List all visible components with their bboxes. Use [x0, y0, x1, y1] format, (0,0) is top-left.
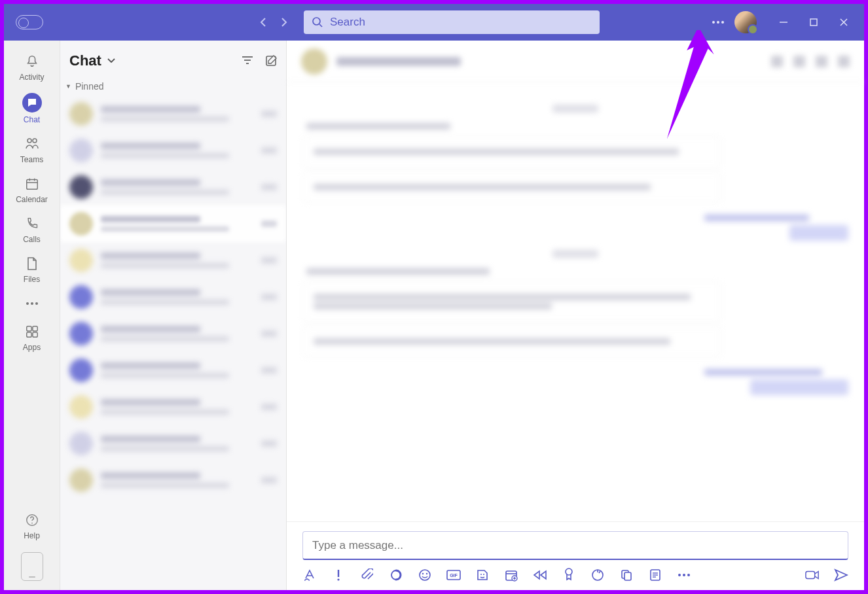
chat-row[interactable] — [60, 132, 286, 169]
svg-point-43 — [566, 568, 572, 575]
profile-avatar[interactable] — [734, 11, 757, 33]
notes-button[interactable] — [648, 568, 662, 582]
message-input-wrap[interactable] — [302, 531, 848, 560]
rail-activity-label: Activity — [19, 73, 44, 82]
chat-row[interactable] — [60, 242, 286, 279]
header-action[interactable] — [816, 56, 827, 67]
chat-row[interactable] — [60, 96, 286, 132]
conversation-header — [287, 41, 864, 82]
rail-more[interactable] — [9, 289, 55, 317]
svg-point-32 — [422, 573, 424, 574]
section-pinned[interactable]: ▼ Pinned — [60, 76, 286, 96]
search-icon — [312, 16, 323, 28]
emoji-button[interactable] — [418, 568, 432, 582]
back-button[interactable] — [255, 14, 272, 31]
maximize-button[interactable] — [799, 4, 829, 41]
send-button[interactable] — [834, 568, 848, 582]
outgoing-message[interactable] — [704, 369, 848, 395]
svg-rect-20 — [26, 332, 31, 337]
help-icon — [25, 512, 39, 529]
apps-icon — [25, 323, 39, 340]
priority-button[interactable] — [331, 568, 346, 582]
svg-rect-54 — [806, 572, 815, 579]
forward-button[interactable] — [276, 14, 293, 31]
sticker-button[interactable] — [475, 568, 490, 582]
chat-row[interactable] — [60, 279, 286, 315]
close-button[interactable] — [829, 4, 859, 41]
rail-calls[interactable]: Calls — [9, 209, 55, 249]
rail-chat[interactable]: Chat — [9, 87, 55, 130]
rail-calls-label: Calls — [23, 235, 41, 244]
minimize-button[interactable] — [769, 4, 799, 41]
message-bubble[interactable] — [302, 136, 721, 167]
svg-point-9 — [27, 139, 31, 143]
calendar-icon — [25, 175, 39, 192]
search-box[interactable] — [304, 10, 600, 34]
video-clip-button[interactable] — [805, 568, 820, 582]
svg-rect-6 — [810, 19, 817, 26]
outgoing-message[interactable] — [704, 215, 848, 241]
rail-calendar[interactable]: Calendar — [9, 169, 55, 209]
rail-help[interactable]: Help — [9, 509, 55, 543]
rail-apps[interactable]: Apps — [9, 317, 55, 357]
svg-point-10 — [33, 139, 37, 143]
header-action[interactable] — [838, 56, 850, 67]
format-button[interactable] — [302, 568, 317, 582]
chat-row[interactable] — [60, 352, 286, 389]
rail-apps-label: Apps — [23, 343, 41, 352]
message-input[interactable] — [312, 539, 839, 552]
rail-teams[interactable]: Teams — [9, 130, 55, 169]
loop-button[interactable] — [389, 568, 403, 582]
svg-rect-21 — [32, 332, 37, 337]
svg-point-53 — [687, 574, 690, 576]
settings-and-more-button[interactable] — [707, 20, 729, 24]
viva-button[interactable] — [590, 568, 605, 582]
message-bubble[interactable] — [302, 281, 721, 322]
schedule-button[interactable] — [504, 568, 518, 582]
rail-device[interactable] — [21, 552, 43, 581]
new-chat-button[interactable] — [265, 55, 277, 67]
filter-button[interactable] — [242, 55, 253, 67]
chevron-down-icon[interactable] — [107, 58, 116, 64]
message-bubble[interactable] — [302, 326, 721, 357]
gif-button[interactable]: GIF — [446, 568, 461, 582]
bell-icon — [25, 53, 39, 70]
rail-help-label: Help — [24, 531, 40, 540]
chat-row[interactable] — [60, 205, 286, 242]
svg-point-17 — [35, 302, 38, 305]
chat-icon — [22, 93, 42, 113]
copy-button[interactable] — [619, 568, 634, 582]
svg-line-1 — [319, 24, 322, 27]
rail-files[interactable]: Files — [9, 249, 55, 289]
chat-row[interactable] — [60, 315, 286, 352]
svg-point-36 — [480, 574, 482, 575]
message-list — [287, 82, 864, 521]
conversation-avatar[interactable] — [301, 48, 327, 75]
svg-point-23 — [31, 523, 33, 524]
svg-point-33 — [426, 573, 427, 574]
panel-title: Chat — [69, 52, 101, 69]
header-action[interactable] — [793, 56, 805, 67]
app-rail: Activity Chat Teams Calendar — [4, 41, 60, 590]
date-separator — [302, 249, 848, 260]
chat-row[interactable] — [60, 389, 286, 425]
stream-button[interactable] — [533, 568, 547, 582]
svg-point-31 — [420, 570, 430, 580]
conversation: GIF — [287, 41, 864, 590]
chat-row[interactable] — [60, 462, 286, 498]
search-input[interactable] — [330, 16, 592, 29]
more-actions-button[interactable] — [677, 568, 691, 582]
svg-point-37 — [483, 574, 484, 575]
chat-row[interactable] — [60, 425, 286, 462]
titlebar-toggle[interactable] — [16, 15, 43, 29]
rail-activity[interactable]: Activity — [9, 47, 55, 87]
svg-point-29 — [337, 578, 339, 580]
attach-button[interactable] — [360, 568, 374, 582]
chat-list — [60, 96, 286, 590]
header-action[interactable] — [771, 56, 783, 67]
conversation-title — [336, 57, 461, 66]
approvals-button[interactable] — [562, 568, 576, 582]
message-bubble[interactable] — [302, 171, 721, 203]
chat-row[interactable] — [60, 169, 286, 205]
chat-panel: Chat ▼ Pinned — [60, 41, 287, 590]
